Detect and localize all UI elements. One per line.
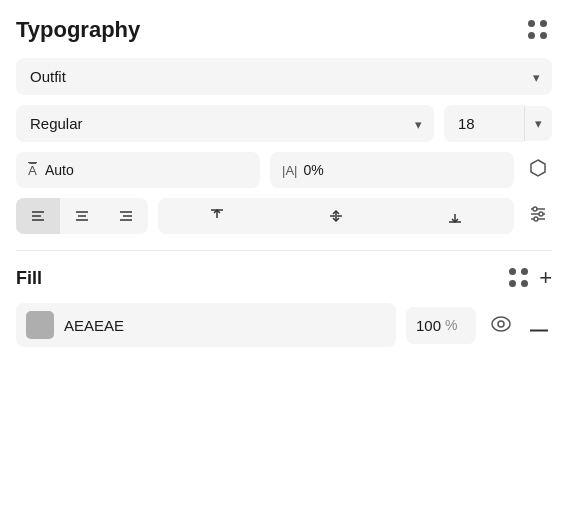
svg-marker-0 [531,160,545,176]
color-hex-value: AEAEAE [64,317,124,334]
fill-section-header: Fill + [16,267,552,289]
grid-options-icon [528,20,548,40]
letter-spacing-icon: |A| [282,163,297,178]
align-left-button[interactable] [16,198,60,234]
font-family-select[interactable]: Outfit Inter Roboto Open Sans [16,58,552,95]
visibility-toggle-button[interactable] [486,310,516,341]
valign-top-button[interactable] [158,198,277,234]
sliders-icon [528,204,548,224]
opacity-field[interactable]: 100 % [406,307,476,344]
font-size-dropdown-button[interactable]: ▾ [524,106,552,141]
font-weight-select[interactable]: Regular Thin Light Medium Bold Black [16,105,434,142]
remove-fill-button[interactable] [526,310,552,340]
font-family-dropdown-wrapper: Outfit Inter Roboto Open Sans ▾ [16,58,552,95]
fill-grid-dot-3 [509,280,516,287]
typography-settings-button[interactable] [524,200,552,233]
font-controls-row: Regular Thin Light Medium Bold Black ▾ ▾ [16,105,552,142]
align-left-icon [30,208,46,224]
alignment-row [16,198,552,234]
fill-color-block[interactable]: AEAEAE [16,303,396,347]
hex-options-button[interactable] [524,154,552,187]
align-right-icon [118,208,134,224]
typography-section-header: Typography [16,16,552,44]
color-swatch [26,311,54,339]
grid-dot-2 [540,20,547,27]
typography-title: Typography [16,17,140,43]
line-height-field[interactable]: A̅ Auto [16,152,260,188]
svg-point-23 [492,317,510,331]
valign-bottom-button[interactable] [395,198,514,234]
minus-icon [530,329,548,332]
valign-bottom-icon [447,208,463,224]
fill-grid-dot-4 [521,280,528,287]
opacity-value: 100 [416,317,441,334]
valign-middle-icon [328,208,344,224]
svg-point-18 [533,207,537,211]
grid-dot-4 [540,32,547,39]
letter-spacing-field[interactable]: |A| 0% [270,152,514,188]
add-fill-button[interactable]: + [539,267,552,289]
font-weight-dropdown-wrapper: Regular Thin Light Medium Bold Black ▾ [16,105,434,142]
fill-grid-dot-1 [509,268,516,275]
section-divider [16,250,552,251]
text-align-group [16,198,148,234]
typography-panel: Typography Outfit Inter Roboto Open Sans… [0,0,568,506]
svg-point-24 [498,321,504,327]
align-center-button[interactable] [60,198,104,234]
font-size-wrapper: ▾ [444,105,552,142]
font-size-input[interactable] [444,105,524,142]
vertical-align-group [158,198,514,234]
grid-dot-1 [528,20,535,27]
letter-spacing-value: 0% [303,162,323,178]
fill-actions: + [509,267,552,289]
fill-grid-icon [509,268,529,288]
line-height-icon: A̅ [28,163,37,178]
align-center-icon [74,208,90,224]
hexagon-icon [528,158,548,178]
fill-title: Fill [16,268,42,289]
valign-middle-button[interactable] [277,198,396,234]
line-height-value: Auto [45,162,74,178]
svg-point-20 [539,212,543,216]
font-family-row: Outfit Inter Roboto Open Sans ▾ [16,58,552,95]
grid-dot-3 [528,32,535,39]
svg-point-22 [534,217,538,221]
typography-options-button[interactable] [524,16,552,44]
eye-icon [490,316,512,332]
spacing-row: A̅ Auto |A| 0% [16,152,552,188]
align-right-button[interactable] [104,198,148,234]
fill-grid-dot-2 [521,268,528,275]
fill-row: AEAEAE 100 % [16,303,552,347]
percent-label: % [445,317,457,333]
valign-top-icon [209,208,225,224]
